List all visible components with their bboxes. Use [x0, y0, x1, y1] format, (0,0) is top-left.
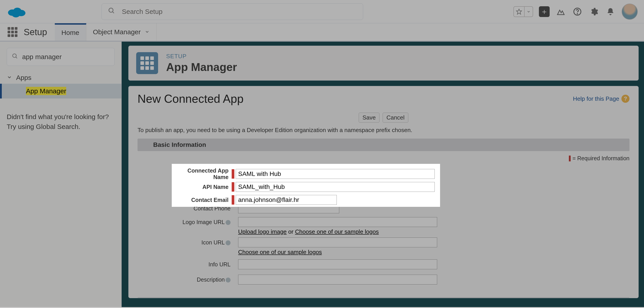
svg-point-8 [577, 14, 578, 14]
contact-email-input[interactable] [236, 195, 337, 205]
star-icon[interactable] [514, 7, 524, 17]
tab-home[interactable]: Home [55, 23, 86, 41]
info-icon [226, 277, 230, 282]
label-connected-app-name: Connected App Name [174, 167, 232, 180]
save-button[interactable]: Save [359, 113, 380, 123]
connected-app-name-input[interactable] [236, 169, 435, 179]
sidebar: app manager Apps App Manager Didn't find… [0, 42, 122, 307]
api-name-input[interactable] [236, 182, 435, 192]
row-connected-app-name-hl: Connected App Name [174, 167, 438, 180]
page-header-card: SETUP App Manager [128, 46, 639, 81]
app-manager-icon [136, 52, 158, 74]
help-icon: ? [622, 95, 630, 103]
header-eyebrow: SETUP [166, 53, 237, 60]
logo-sublinks: Upload logo image or Choose one of our s… [238, 228, 437, 235]
cancel-button[interactable]: Cancel [382, 113, 408, 123]
chevron-down-icon[interactable] [524, 7, 533, 17]
required-legend: = Required Information [138, 155, 630, 162]
label-contact-email: Contact Email [174, 197, 232, 203]
section-oauth-settings[interactable]: API (Enable OAuth Settings) [138, 297, 630, 298]
choose-sample-logo-link-2[interactable]: Choose one of our sample logos [238, 249, 322, 255]
chevron-down-icon [145, 28, 150, 36]
help-icon[interactable] [572, 6, 583, 17]
svg-point-4 [109, 8, 113, 12]
app-launcher-button[interactable] [6, 23, 19, 41]
svg-line-10 [16, 57, 17, 58]
info-icon [226, 240, 230, 245]
choose-sample-logo-link[interactable]: Choose one of our sample logos [295, 228, 378, 235]
global-create-button[interactable]: ＋ [539, 6, 550, 17]
svg-line-5 [112, 12, 114, 13]
label-api-name: API Name [174, 184, 232, 190]
info-icon [226, 220, 230, 225]
nav-bar: Setup Home Object Manager [0, 23, 644, 42]
row-icon-url: Icon URL Choose one of our sample logos [138, 237, 630, 256]
sidebar-search-input[interactable]: app manager [7, 48, 115, 66]
logo-image-url-input[interactable] [238, 217, 437, 227]
avatar[interactable] [622, 4, 638, 20]
row-contact-email-hl: Contact Email [174, 193, 438, 206]
help-for-page-link[interactable]: Help for this Page ? [573, 95, 630, 103]
gear-icon[interactable] [588, 6, 599, 17]
svg-point-3 [12, 12, 20, 17]
row-api-name-hl: API Name [174, 180, 438, 193]
icon-url-input[interactable] [238, 237, 437, 247]
sidebar-item-app-manager[interactable]: App Manager [0, 84, 122, 99]
row-info-url: Info URL [138, 258, 630, 271]
search-icon [108, 7, 115, 16]
header-utility-bar: ＋ [514, 4, 638, 20]
sidebar-group-apps[interactable]: Apps [7, 72, 115, 84]
app-title: Setup [24, 23, 55, 41]
info-url-input[interactable] [238, 259, 437, 269]
sidebar-not-found-msg: Didn't find what you're looking for? Try… [7, 112, 115, 131]
sidebar-search-value: app manager [22, 53, 62, 61]
section-basic-information: Basic Information [138, 139, 630, 151]
favorites-group[interactable] [514, 6, 533, 17]
icon-sublinks: Choose one of our sample logos [238, 249, 437, 256]
tab-object-manager[interactable]: Object Manager [86, 23, 156, 41]
search-icon [12, 53, 18, 61]
row-description: Description [138, 273, 630, 286]
chevron-down-icon [7, 74, 12, 82]
global-search-input[interactable]: Search Setup [102, 3, 363, 20]
global-header: Search Setup ＋ [0, 0, 644, 23]
page-heading: New Connected App [138, 92, 244, 105]
row-logo-url: Logo Image URL Upload logo image or Choo… [138, 217, 630, 235]
upload-logo-link[interactable]: Upload logo image [238, 228, 287, 235]
svg-marker-6 [516, 9, 522, 14]
publish-note: To publish an app, you need to be using … [138, 127, 630, 134]
salesforce-logo [6, 5, 26, 19]
description-input[interactable] [238, 275, 437, 284]
trailhead-icon[interactable] [556, 6, 566, 17]
header-title: App Manager [166, 61, 237, 74]
bell-icon[interactable] [605, 6, 616, 17]
svg-point-9 [13, 54, 16, 57]
global-search-placeholder: Search Setup [122, 8, 162, 16]
